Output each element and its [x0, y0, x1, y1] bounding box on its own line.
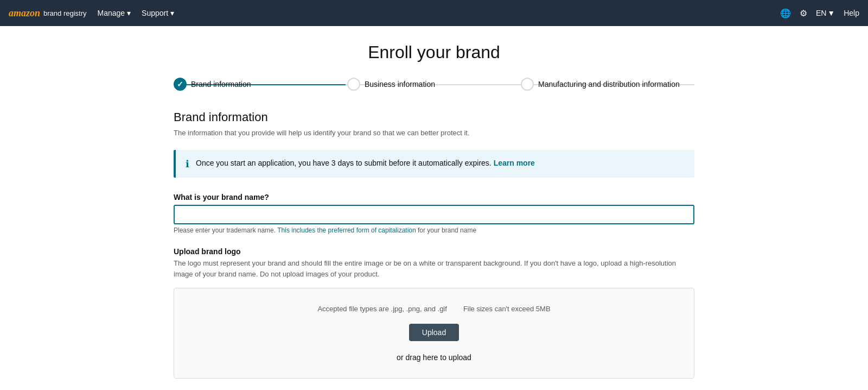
manage-dropdown-icon: ▾ — [127, 9, 131, 17]
upload-label: Upload brand logo — [174, 247, 694, 256]
step-circle-3 — [521, 78, 534, 91]
logo-area[interactable]: amazon brand registry — [9, 8, 87, 19]
settings-icon[interactable]: ⚙ — [800, 8, 807, 18]
upload-box[interactable]: Accepted file types are .jpg, .png, and … — [174, 288, 694, 379]
info-banner: ℹ Once you start an application, you hav… — [174, 150, 694, 178]
help-link[interactable]: Help — [844, 9, 859, 17]
drag-text: or drag here to upload — [185, 353, 683, 362]
step-circle-1: ✓ — [174, 78, 187, 91]
upload-file-types: Accepted file types are .jpg, .png, and … — [185, 305, 683, 313]
stepper: ✓ Brand information Business information… — [174, 78, 694, 91]
section-title: Brand information — [174, 110, 694, 124]
info-icon: ℹ — [186, 158, 189, 170]
support-dropdown-icon: ▾ — [170, 9, 174, 17]
upload-button-container: Upload — [185, 324, 683, 348]
section-subtitle: The information that you provide will he… — [174, 129, 694, 137]
brand-registry-logo: brand registry — [43, 9, 86, 17]
main-content: Enroll your brand ✓ Brand information Bu… — [163, 26, 705, 390]
checkmark-icon: ✓ — [177, 80, 183, 89]
stepper-steps: ✓ Brand information Business information… — [174, 78, 694, 91]
upload-description: The logo must represent your brand and s… — [174, 258, 694, 279]
info-banner-text: Once you start an application, you have … — [196, 158, 535, 169]
globe-icon[interactable]: 🌐 — [780, 8, 791, 18]
step-circle-2 — [347, 78, 360, 91]
brand-name-input[interactable] — [174, 205, 694, 224]
header-left: amazon brand registry Manage ▾ Support ▾ — [9, 8, 174, 19]
upload-button[interactable]: Upload — [409, 324, 459, 341]
amazon-logo: amazon — [9, 8, 40, 19]
header-right: 🌐 ⚙ EN ▼ Help — [780, 8, 859, 18]
step-label-3: Manufacturing and distribution informati… — [538, 80, 680, 89]
lang-dropdown-icon: ▼ — [827, 9, 835, 17]
language-selector[interactable]: EN ▼ — [816, 9, 835, 17]
brand-name-label: What is your brand name? — [174, 193, 694, 202]
stepper-step-2[interactable]: Business information — [347, 78, 521, 91]
stepper-step-3[interactable]: Manufacturing and distribution informati… — [521, 78, 694, 91]
page-title: Enroll your brand — [174, 42, 694, 62]
capitalization-link[interactable]: This includes the preferred form of capi… — [277, 227, 418, 234]
support-nav-item[interactable]: Support ▾ — [142, 9, 174, 17]
brand-name-hint: Please enter your trademark name. This i… — [174, 227, 694, 234]
step-label-1: Brand information — [191, 80, 251, 89]
learn-more-link[interactable]: Learn more — [494, 159, 535, 167]
stepper-step-1[interactable]: ✓ Brand information — [174, 78, 347, 91]
manage-nav-item[interactable]: Manage ▾ — [98, 9, 131, 17]
brand-name-field: What is your brand name? Please enter yo… — [174, 193, 694, 234]
header-nav: Manage ▾ Support ▾ — [98, 9, 175, 17]
header: amazon brand registry Manage ▾ Support ▾… — [0, 0, 868, 26]
step-label-2: Business information — [365, 80, 435, 89]
upload-section: Upload brand logo The logo must represen… — [174, 247, 694, 379]
